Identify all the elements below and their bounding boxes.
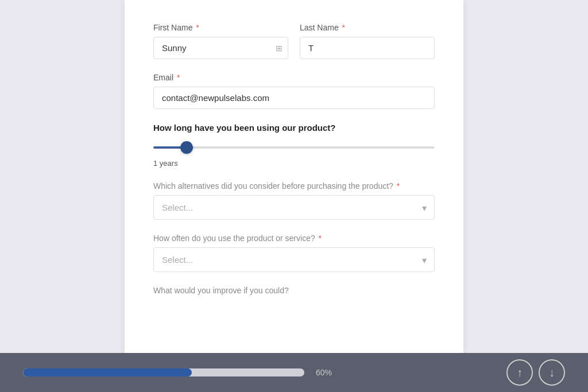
email-required: * xyxy=(177,73,180,82)
email-label: Email * xyxy=(153,73,435,82)
form-card: First Name * ⊞ Last Name * Email * How l… xyxy=(125,0,463,356)
email-group: Email * xyxy=(153,73,435,109)
alternatives-required: * xyxy=(397,181,400,191)
name-row: First Name * ⊞ Last Name * xyxy=(153,23,435,59)
first-name-input[interactable] xyxy=(153,37,288,59)
next-button[interactable]: ↓ xyxy=(539,359,565,386)
email-input[interactable] xyxy=(153,87,435,109)
down-arrow-icon: ↓ xyxy=(549,367,555,378)
alternatives-select-wrapper: Select... Competitor A Competitor B None xyxy=(153,195,435,220)
alternatives-label: Which alternatives did you consider befo… xyxy=(153,181,435,191)
first-name-required: * xyxy=(196,23,199,32)
usage-select-wrapper: Select... Daily Weekly Monthly xyxy=(153,247,435,272)
last-name-group: Last Name * xyxy=(300,23,435,59)
nav-buttons: ↑ ↓ xyxy=(506,359,565,386)
product-duration-question: How long have you been using our product… xyxy=(153,123,435,133)
product-duration-group: How long have you been using our product… xyxy=(153,123,435,168)
up-arrow-icon: ↑ xyxy=(517,367,523,378)
first-name-label: First Name * xyxy=(153,23,288,32)
first-name-group: First Name * ⊞ xyxy=(153,23,288,59)
usage-required: * xyxy=(319,234,322,243)
progress-bar-fill xyxy=(23,368,192,377)
progress-label: 60% xyxy=(316,368,339,377)
prev-button[interactable]: ↑ xyxy=(506,359,533,386)
slider-container xyxy=(153,141,435,151)
first-name-input-wrapper: ⊞ xyxy=(153,37,288,59)
footer-bar: 60% ↑ ↓ xyxy=(0,353,588,392)
slider-value-label: 1 years xyxy=(153,159,435,168)
improve-group: What would you improve if you could? xyxy=(153,286,435,300)
improve-label: What would you improve if you could? xyxy=(153,286,435,295)
last-name-label: Last Name * xyxy=(300,23,435,32)
usage-select[interactable]: Select... Daily Weekly Monthly xyxy=(153,247,435,272)
last-name-input[interactable] xyxy=(300,37,435,59)
alternatives-select[interactable]: Select... Competitor A Competitor B None xyxy=(153,195,435,220)
usage-group: How often do you use the product or serv… xyxy=(153,234,435,272)
duration-slider[interactable] xyxy=(153,146,435,149)
usage-label: How often do you use the product or serv… xyxy=(153,234,435,243)
progress-bar-container xyxy=(23,368,304,377)
last-name-required: * xyxy=(342,23,345,32)
alternatives-group: Which alternatives did you consider befo… xyxy=(153,181,435,220)
